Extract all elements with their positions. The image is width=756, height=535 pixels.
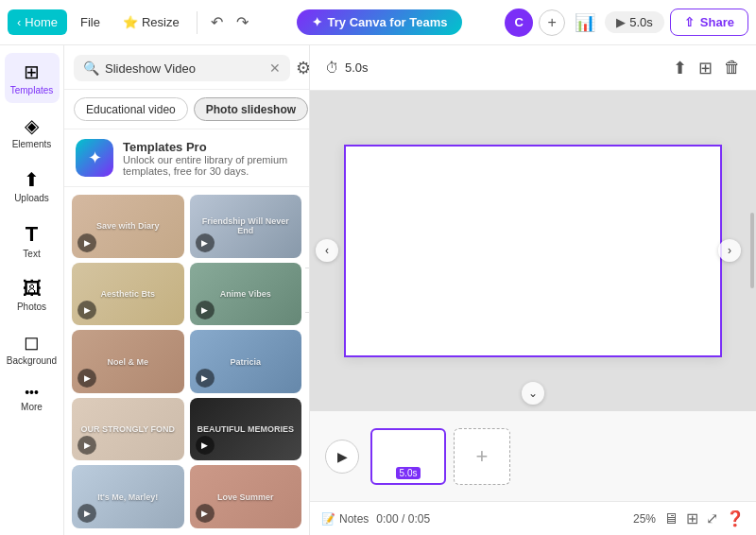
nav-divider [197, 11, 198, 34]
home-button[interactable]: ‹ Home [8, 9, 67, 35]
delete-icon[interactable]: 🗑 [724, 58, 741, 78]
tag-photo-slideshow[interactable]: Photo slideshow [194, 97, 308, 121]
canvas-nav-right[interactable]: › [718, 239, 741, 262]
timeline-slide-1[interactable]: 5.0s [370, 428, 446, 485]
zoom-level: 25% [633, 512, 656, 526]
play-duration-button[interactable]: ▶ 5.0s [605, 11, 664, 33]
sidebar-item-elements[interactable]: ◈ Elements [5, 107, 60, 157]
avatar[interactable]: C [505, 9, 533, 37]
template-card[interactable]: Friendship Will Never End ▶ [190, 195, 302, 258]
photos-icon: 🖼 [23, 278, 42, 300]
canvas-viewport: ‹ ↻ › ⌄ [310, 91, 756, 410]
undo-button[interactable]: ↶ [205, 9, 229, 35]
grid-icon[interactable]: ⊞ [686, 509, 698, 527]
template-card[interactable]: Save with Diary ▶ [72, 195, 184, 258]
timeline-slides: 5.0s + [370, 428, 510, 485]
tag-educational-video[interactable]: Educational video [74, 97, 188, 121]
canvas-area: ⏱ 5.0s ⬆ ⊞ 🗑 ‹ ↻ › ⌄ ▶ 5.0s [310, 45, 756, 535]
timeline-area: ▶ 5.0s + [310, 410, 756, 501]
filter-tags: Educational video Photo slideshow B... [64, 90, 309, 129]
sidebar-item-photos[interactable]: 🖼 Photos [5, 270, 60, 319]
search-input[interactable] [105, 61, 264, 76]
template-card[interactable]: Anime Vibes ▶ [190, 263, 302, 326]
expand-icon[interactable]: ⤢ [706, 509, 718, 527]
home-label: Home [25, 15, 58, 29]
canvas-top-bar: ⏱ 5.0s ⬆ ⊞ 🗑 [310, 45, 756, 91]
elements-icon: ◈ [25, 114, 39, 137]
search-icon: 🔍 [83, 60, 99, 76]
sparkle-icon: ✦ [312, 15, 322, 29]
template-card[interactable]: Love Summer ▶ [190, 465, 302, 528]
canvas-nav-bottom[interactable]: ⌄ [522, 382, 544, 405]
notes-label: Notes [339, 512, 369, 526]
file-button[interactable]: File [71, 9, 110, 35]
help-icon[interactable]: ❓ [726, 509, 745, 527]
share-label: Share [700, 15, 734, 29]
sidebar-item-uploads[interactable]: ⬆ Uploads [5, 161, 60, 211]
timeline-play-button[interactable]: ▶ [325, 440, 359, 474]
template-card[interactable]: Aesthetic Bts ▶ [72, 263, 184, 326]
nav-center: ✦ Try Canva for Teams [258, 9, 502, 35]
pro-title: Templates Pro [123, 140, 298, 154]
playback-time: 0:00 / 0:05 [376, 512, 430, 526]
search-input-wrap: 🔍 ✕ [74, 55, 290, 81]
canvas-duration: ⏱ 5.0s [325, 60, 369, 76]
play-overlay-icon: ▶ [196, 436, 215, 455]
template-card[interactable]: Patricia ▶ [190, 330, 302, 393]
canvas-frame [344, 145, 722, 357]
add-icon[interactable]: + [539, 9, 565, 36]
sidebar-icons: ⊞ Templates ◈ Elements ⬆ Uploads T Text … [0, 45, 64, 535]
more-icon: ••• [25, 385, 39, 400]
resize-button[interactable]: ⭐ Resize [113, 9, 189, 35]
template-card[interactable]: BEAUTIFUL MEMORIES ▶ [190, 398, 302, 461]
pro-subtitle: Unlock our entire library of premium tem… [123, 154, 298, 177]
redo-button[interactable]: ↷ [231, 9, 254, 35]
search-bar: 🔍 ✕ ⚙ [64, 45, 309, 90]
nav-right: C + 📊 ▶ 5.0s ⇧ Share [505, 9, 748, 37]
play-overlay-icon: ▶ [77, 233, 96, 252]
nav-duration: 5.0s [629, 15, 653, 29]
chevron-left-icon: ‹ [17, 15, 21, 29]
pro-banner[interactable]: ✦ Templates Pro Unlock our entire librar… [64, 129, 309, 187]
star-icon: ⭐ [123, 15, 138, 29]
play-overlay-icon: ▶ [77, 369, 96, 388]
template-card[interactable]: It's Me, Marley! ▶ [72, 465, 184, 528]
canvas-top-right: ⬆ ⊞ 🗑 [673, 58, 741, 78]
clear-icon[interactable]: ✕ [269, 60, 281, 76]
resize-label: Resize [142, 15, 180, 29]
text-icon: T [26, 222, 38, 247]
try-canva-button[interactable]: ✦ Try Canva for Teams [297, 9, 463, 35]
templates-icon: ⊞ [24, 60, 40, 83]
template-grid: Save with Diary ▶ Friendship Will Never … [64, 187, 309, 535]
file-label: File [80, 15, 100, 29]
download-icon[interactable]: ⬆ [673, 58, 687, 78]
play-overlay-icon: ▶ [196, 504, 215, 523]
template-card[interactable]: Noel & Me ▶ [72, 330, 184, 393]
pro-text: Templates Pro Unlock our entire library … [123, 140, 298, 177]
templates-panel: 🔍 ✕ ⚙ Educational video Photo slideshow … [64, 45, 310, 535]
main-area: ⊞ Templates ◈ Elements ⬆ Uploads T Text … [0, 45, 756, 535]
notes-button[interactable]: 📝 Notes [321, 512, 369, 526]
sidebar-item-text[interactable]: T Text [5, 215, 60, 267]
share-icon: ⇧ [684, 15, 695, 29]
clock-icon: ⏱ [325, 60, 339, 76]
share-button[interactable]: ⇧ Share [670, 9, 748, 36]
play-icon: ▶ [616, 15, 626, 29]
canvas-nav-left[interactable]: ‹ [316, 239, 338, 262]
timeline-add-slide-button[interactable]: + [454, 428, 510, 485]
sidebar-item-more[interactable]: ••• More [5, 377, 60, 420]
status-icons: 🖥 ⊞ ⤢ ❓ [663, 509, 745, 527]
sidebar-item-background[interactable]: ◻ Background [5, 323, 60, 373]
play-overlay-icon: ▶ [196, 301, 215, 319]
monitor-icon[interactable]: 🖥 [663, 510, 679, 527]
slide-duration-badge: 5.0s [396, 467, 421, 479]
pro-logo-icon: ✦ [88, 147, 102, 168]
notes-icon: 📝 [321, 512, 335, 526]
grid-view-icon[interactable]: ⊞ [698, 58, 713, 78]
sidebar-item-templates[interactable]: ⊞ Templates [5, 53, 60, 103]
play-overlay-icon: ▶ [196, 369, 215, 388]
chart-icon[interactable]: 📊 [571, 9, 599, 37]
filter-icon[interactable]: ⚙ [296, 58, 310, 78]
template-card[interactable]: OUR STRONGLY FOND ▶ [72, 398, 184, 461]
avatar-letter: C [515, 15, 524, 29]
